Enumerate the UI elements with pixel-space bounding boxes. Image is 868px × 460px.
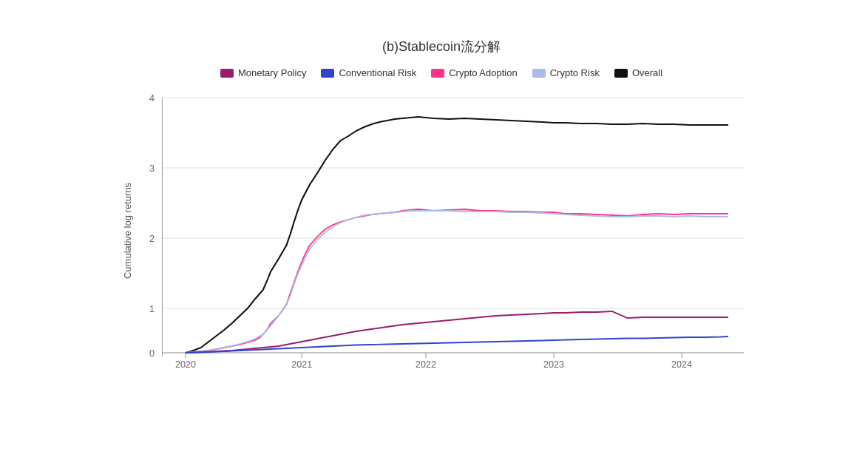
legend-label-crypto-risk: Crypto Risk (550, 67, 600, 78)
legend-color-crypto-risk (532, 69, 546, 78)
svg-text:4: 4 (149, 93, 155, 104)
legend-color-overall (614, 69, 628, 78)
svg-text:2022: 2022 (416, 359, 436, 370)
legend-color-monetary-policy (220, 69, 234, 78)
legend-item-monetary-policy: Monetary Policy (220, 67, 306, 78)
chart-container: (b)Stablecoin流分解 Monetary PolicyConventi… (64, 23, 804, 437)
legend-label-conventional-risk: Conventional Risk (339, 67, 416, 78)
chart-area: Cumulative log returns 4 3 2 1 0 2020 20… (123, 90, 759, 371)
svg-text:3: 3 (149, 163, 155, 174)
legend-item-crypto-risk: Crypto Risk (532, 67, 600, 78)
legend-label-crypto-adoption: Crypto Adoption (449, 67, 518, 78)
line-conventional-risk (186, 336, 728, 353)
legend-color-conventional-risk (321, 69, 334, 78)
line-monetary-policy (186, 311, 728, 353)
svg-text:2020: 2020 (175, 359, 196, 370)
svg-text:1: 1 (149, 304, 155, 314)
legend-item-overall: Overall (614, 67, 662, 78)
svg-text:2: 2 (149, 234, 155, 244)
legend-color-crypto-adoption (431, 69, 444, 78)
chart-svg: 4 3 2 1 0 2020 2021 2022 2023 2024 (123, 90, 759, 371)
legend-item-crypto-adoption: Crypto Adoption (431, 67, 518, 78)
svg-text:2023: 2023 (543, 359, 564, 370)
svg-text:2024: 2024 (671, 359, 692, 370)
svg-text:2021: 2021 (291, 359, 312, 370)
y-axis-label: Cumulative log returns (122, 183, 133, 279)
legend: Monetary PolicyConventional RiskCrypto A… (123, 67, 759, 78)
legend-label-overall: Overall (632, 67, 662, 78)
svg-text:0: 0 (149, 348, 155, 359)
legend-label-monetary-policy: Monetary Policy (238, 67, 306, 78)
legend-item-conventional-risk: Conventional Risk (321, 67, 416, 78)
chart-title: (b)Stablecoin流分解 (123, 38, 759, 55)
